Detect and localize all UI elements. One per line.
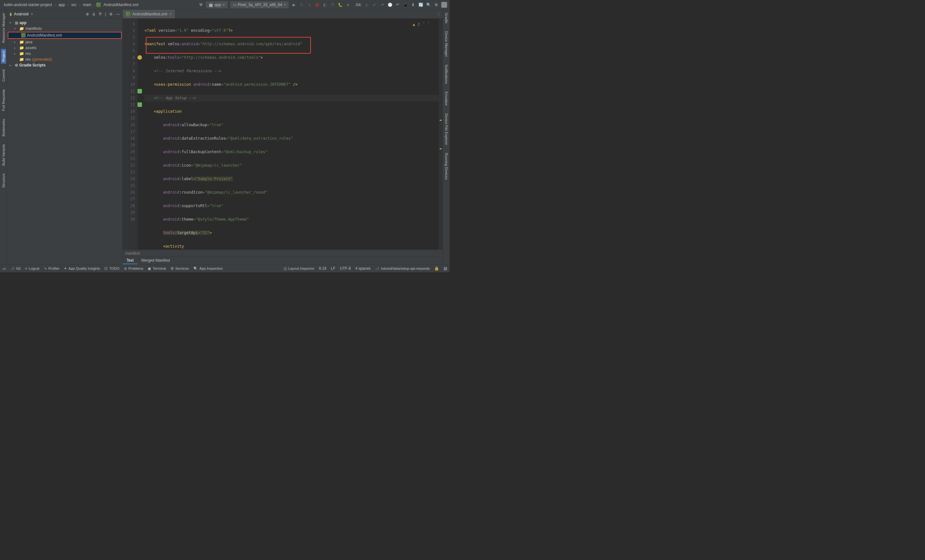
error-stripe[interactable] <box>439 19 443 250</box>
rail-device-file-explorer[interactable]: Device File Explorer <box>444 111 449 147</box>
tree-res-generated[interactable]: 📁 res (generated) <box>7 57 122 62</box>
close-icon[interactable]: ✕ <box>169 12 172 16</box>
tree-assets[interactable]: ▸ 📁 assets <box>7 45 122 51</box>
bottom-problems[interactable]: ⊘Problems <box>124 266 143 271</box>
bottom-inspection[interactable]: 🔍App Inspection <box>193 266 223 271</box>
apply-code-icon[interactable]: ≡ <box>307 2 312 8</box>
select-opened-icon[interactable]: ⊕ <box>86 12 89 17</box>
bulb-icon[interactable] <box>137 55 142 60</box>
rail-running-devices[interactable]: Running Devices <box>444 151 449 181</box>
code-editor[interactable]: 1234567891011121314151617181920212223242… <box>123 19 443 250</box>
tree-manifests[interactable]: ▾ 📁 manifests <box>7 26 122 32</box>
tree-java[interactable]: ▸ 📁 java <box>7 39 122 45</box>
bottom-git[interactable]: ⎇Git <box>10 266 21 271</box>
chevron-up-icon[interactable]: ˆ <box>423 21 425 28</box>
expand-all-icon[interactable]: ⇊ <box>92 12 95 17</box>
bottom-toolbar: ▭ ⎇Git ≡Logcat ∿Profiler ✦App Quality In… <box>0 264 450 272</box>
branch-icon: ⎇ <box>375 266 379 271</box>
breadcrumb-main[interactable]: main <box>81 2 92 8</box>
breadcrumb-file[interactable]: AndroidManifest.xml <box>102 2 140 8</box>
rail-commit[interactable]: Commit <box>1 68 6 83</box>
bottom-overflow-icon[interactable]: ▭ <box>3 266 6 271</box>
gear-icon[interactable]: ⚙ <box>109 12 113 17</box>
history-icon[interactable]: 🕘 <box>387 2 392 8</box>
bottom-todo[interactable]: ☑TODO <box>104 266 119 271</box>
git-push-icon[interactable]: ↗ <box>380 2 385 8</box>
folder-icon: 📁 <box>19 45 24 50</box>
rail-resource-manager[interactable]: Resource Manager <box>1 11 6 45</box>
editor-breadcrumb[interactable]: manifest <box>123 250 443 257</box>
breadcrumb-app[interactable]: app <box>57 2 66 8</box>
rail-gradle[interactable]: Gradle <box>444 11 449 26</box>
rail-project[interactable]: Project <box>1 49 6 63</box>
project-view-selector[interactable]: ▮ Android ▼ <box>10 12 86 17</box>
coverage-icon[interactable]: ◧ <box>322 2 327 8</box>
profile-icon[interactable]: ⏱ <box>330 2 335 8</box>
run-icon[interactable]: ▶ <box>291 2 297 8</box>
subtab-merged-manifest[interactable]: Merged Manifest <box>137 257 174 264</box>
tree-manifest-file[interactable]: AndroidManifest.xml <box>8 32 122 39</box>
android-gutter-icon[interactable] <box>137 89 142 93</box>
hammer-icon[interactable]: ⚒ <box>198 2 203 8</box>
attach-debugger-icon[interactable]: 🐛 <box>337 2 343 8</box>
folder-icon: 📁 <box>19 26 24 31</box>
tree-res[interactable]: ▸ 📁 res <box>7 51 122 57</box>
code-content[interactable]: <?xml version="1.0" encoding="utf-8"?> <… <box>137 19 439 250</box>
subtab-text[interactable]: Text <box>123 257 137 264</box>
sync-icon[interactable]: 🔄 <box>418 2 423 8</box>
hide-icon[interactable]: — <box>116 12 120 17</box>
settings-icon[interactable]: ⚙ <box>434 2 439 8</box>
avd-icon[interactable]: 📱 <box>403 2 408 8</box>
git-branch[interactable]: ⎇tutorial/data/setup-api-requests <box>375 266 430 271</box>
git-pull-icon[interactable]: ↙ <box>364 2 369 8</box>
sdk-icon[interactable]: ⬇ <box>410 2 416 8</box>
tab-overflow-icon[interactable]: ⋮ <box>435 10 443 18</box>
inspection-summary[interactable]: ▲ 2 ˆ ˇ <box>413 21 430 28</box>
tree-res-gen-suffix: (generated) <box>32 57 52 62</box>
collapse-all-icon[interactable]: ⇈ <box>99 12 102 17</box>
stop-icon[interactable]: ■ <box>345 2 350 8</box>
right-tool-rail: Gradle Device Manager Notifications Emul… <box>443 10 450 264</box>
rail-device-manager[interactable]: Device Manager <box>444 29 449 59</box>
rail-pull-requests[interactable]: Pull Requests <box>1 87 6 113</box>
rail-build-variants[interactable]: Build Variants <box>1 142 6 168</box>
line-ending[interactable]: LF <box>331 266 335 271</box>
chevron-right-icon: › <box>68 3 69 7</box>
memory-indicator-icon[interactable]: ▤ <box>444 266 447 271</box>
tree-gradle-scripts[interactable]: ▸ ⬢ Gradle Scripts <box>7 62 122 68</box>
left-tool-rail: Resource Manager Project Commit Pull Req… <box>0 10 7 264</box>
chevron-down-icon[interactable]: ˇ <box>428 21 430 28</box>
stripe-warning-mark[interactable] <box>440 148 441 149</box>
file-encoding[interactable]: UTF-8 <box>340 266 351 271</box>
tree-app[interactable]: ▾ ▣ app <box>7 20 122 26</box>
git-commit-icon[interactable]: ✓ <box>372 2 377 8</box>
avatar[interactable] <box>441 2 447 8</box>
apply-changes-icon[interactable]: ↻ <box>299 2 304 8</box>
stripe-warning-mark[interactable] <box>440 120 441 121</box>
breadcrumb-project[interactable]: kotlin-android-starter-project <box>3 2 53 8</box>
bottom-quality[interactable]: ✦App Quality Insights <box>64 266 100 271</box>
bottom-services[interactable]: ⚙Services <box>170 266 189 271</box>
run-toolbar-icons: ▶ ↻ ≡ 🐞 ◧ ⏱ 🐛 ■ <box>291 2 350 8</box>
breadcrumb-src[interactable]: src <box>70 2 78 8</box>
bottom-profiler[interactable]: ∿Profiler <box>44 266 60 271</box>
rollback-icon[interactable]: ↶ <box>395 2 400 8</box>
lock-icon[interactable]: 🔒 <box>434 266 439 271</box>
gradle-icon: ⬢ <box>15 63 18 68</box>
search-icon[interactable]: 🔍 <box>426 2 431 8</box>
debug-icon[interactable]: 🐞 <box>315 2 319 8</box>
bottom-logcat[interactable]: ≡Logcat <box>25 266 39 270</box>
android-gutter-icon[interactable] <box>137 102 142 107</box>
rail-emulator[interactable]: Emulator <box>444 90 449 108</box>
run-config-selector[interactable]: 🤖 app ▼ <box>206 1 228 8</box>
cursor-position[interactable]: 6:19 <box>319 266 326 271</box>
bottom-layout-inspector[interactable]: ◫Layout Inspector <box>283 266 315 271</box>
breadcrumb-manifest[interactable]: manifest <box>125 251 140 256</box>
rail-bookmarks[interactable]: Bookmarks <box>1 117 6 138</box>
rail-notifications[interactable]: Notifications <box>444 63 449 86</box>
rail-structure[interactable]: Structure <box>1 172 6 190</box>
indent-setting[interactable]: 4 spaces <box>355 266 371 271</box>
bottom-terminal[interactable]: ▣Terminal <box>148 266 166 271</box>
file-tab-manifest[interactable]: AndroidManifest.xml ✕ <box>123 10 175 18</box>
device-selector[interactable]: ▭ Pixel_3a_API_33_x86_64 ▼ <box>230 1 289 8</box>
